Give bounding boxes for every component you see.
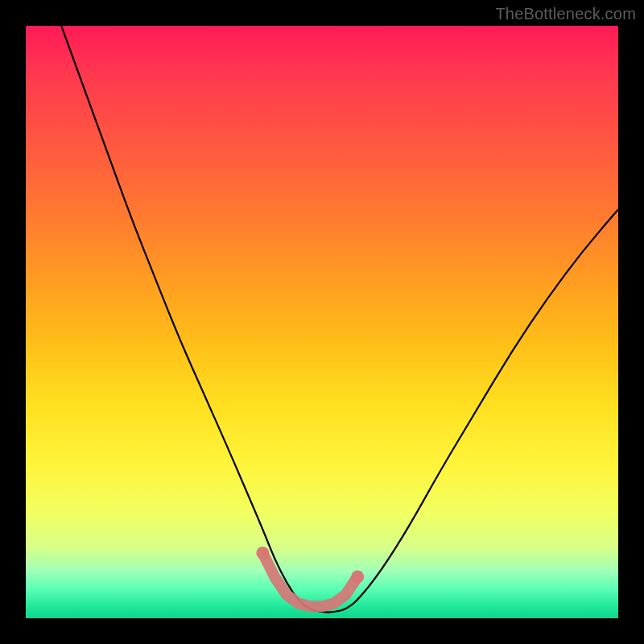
plot-area [26,26,618,618]
bottleneck-curve [61,26,618,613]
bottom-band-dot [256,547,269,559]
curve-layer [26,26,618,618]
chart-frame: TheBottleneck.com [0,0,644,644]
watermark-text: TheBottleneck.com [495,5,636,23]
bottom-band-dot [351,571,364,584]
bottom-band-line [262,553,357,606]
